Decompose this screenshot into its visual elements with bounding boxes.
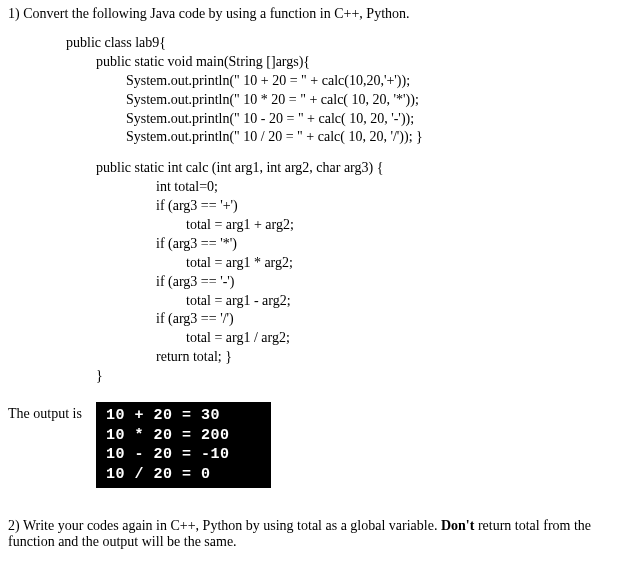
console-line: 10 * 20 = 200	[106, 426, 261, 446]
code-line: if (arg3 == '/')	[156, 310, 634, 329]
code-line: if (arg3 == '*')	[156, 235, 634, 254]
console-output: 10 + 20 = 30 10 * 20 = 200 10 - 20 = -10…	[96, 402, 271, 488]
output-section: The output is 10 + 20 = 30 10 * 20 = 200…	[8, 402, 634, 488]
code-spacer	[66, 147, 634, 159]
code-line: total = arg1 - arg2;	[186, 292, 634, 311]
code-line: }	[96, 367, 634, 386]
code-line: total = arg1 / arg2;	[186, 329, 634, 348]
code-line: System.out.println(" 10 * 20 = " + calc(…	[126, 91, 634, 110]
code-line: System.out.println(" 10 - 20 = " + calc(…	[126, 110, 634, 129]
console-line: 10 + 20 = 30	[106, 406, 261, 426]
code-line: public static int calc (int arg1, int ar…	[96, 159, 634, 178]
code-line: public class lab9{	[66, 34, 634, 53]
q2-bold: Don't	[441, 518, 474, 533]
q2-part1: 2) Write your codes again in C++, Python…	[8, 518, 441, 533]
question-2-prompt: 2) Write your codes again in C++, Python…	[8, 518, 634, 550]
output-label: The output is	[8, 402, 82, 422]
console-line: 10 / 20 = 0	[106, 465, 261, 485]
code-line: if (arg3 == '+')	[156, 197, 634, 216]
java-code-block: public class lab9{ public static void ma…	[66, 34, 634, 386]
code-line: System.out.println(" 10 + 20 = " + calc(…	[126, 72, 634, 91]
code-line: if (arg3 == '-')	[156, 273, 634, 292]
code-line: return total; }	[156, 348, 634, 367]
code-line: public static void main(String []args){	[96, 53, 634, 72]
code-line: System.out.println(" 10 / 20 = " + calc(…	[126, 128, 634, 147]
console-line: 10 - 20 = -10	[106, 445, 261, 465]
question-1-prompt: 1) Convert the following Java code by us…	[8, 6, 634, 22]
code-line: total = arg1 * arg2;	[186, 254, 634, 273]
code-line: total = arg1 + arg2;	[186, 216, 634, 235]
code-line: int total=0;	[156, 178, 634, 197]
